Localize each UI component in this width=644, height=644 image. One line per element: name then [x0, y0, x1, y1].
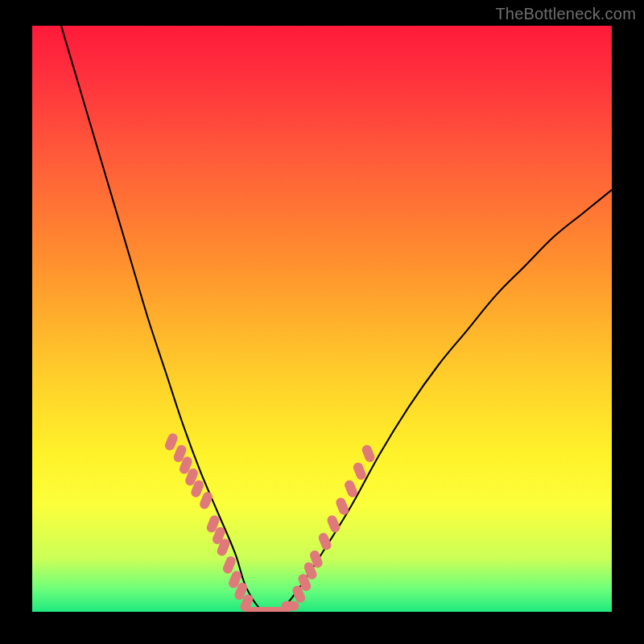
- plot-area: [32, 26, 612, 612]
- watermark-text: TheBottleneck.com: [495, 5, 636, 23]
- data-marker: [352, 461, 367, 481]
- data-marker: [281, 601, 299, 611]
- chart-svg: [32, 26, 612, 612]
- chart-frame: TheBottleneck.com: [0, 0, 644, 644]
- data-marker: [326, 514, 341, 534]
- data-marker: [361, 444, 376, 464]
